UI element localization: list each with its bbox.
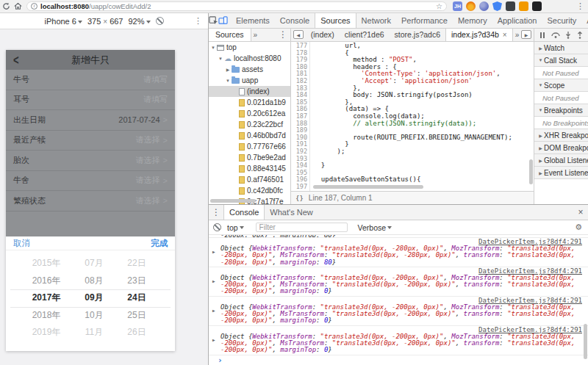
zoom-select[interactable]: 92% <box>128 17 150 26</box>
form-row-5[interactable]: 胎次请选择> <box>6 151 175 171</box>
tab-performance[interactable]: Performance <box>396 13 453 28</box>
extension-qr-icon[interactable] <box>532 1 542 11</box>
extension-globe-icon[interactable] <box>479 1 489 11</box>
step-over-icon[interactable] <box>551 32 560 38</box>
pause-script-icon[interactable] <box>539 32 545 38</box>
extension-jh-icon[interactable]: JH <box>453 1 462 11</box>
extension-film-icon[interactable] <box>506 1 515 11</box>
sidebar-section-xhr-breakpoints[interactable]: ▶XHR Breakpoints <box>534 129 588 142</box>
tree-item-0.88e43145[interactable]: 0.88e43145 <box>209 163 290 174</box>
console-prompt[interactable]: › <box>209 355 588 365</box>
expand-arrow-icon[interactable]: ▶ <box>212 278 215 284</box>
sidebar-section-call-stack[interactable]: ▼Call Stack <box>534 54 588 67</box>
wheel-option[interactable]: 25日 <box>107 307 166 325</box>
drawer-tab-what-s-new[interactable]: What's New <box>265 205 318 220</box>
tree-item-0.77767e66[interactable]: 0.77767e66 <box>209 141 290 152</box>
hide-navigator-icon[interactable]: ◀ <box>293 30 304 39</box>
console-settings-gear-icon[interactable]: ⚙ <box>575 223 582 232</box>
tree-item-0.7be9e2ad[interactable]: 0.7be9e2ad <box>209 152 290 163</box>
bookmark-star-icon[interactable]: ☆ <box>436 2 442 10</box>
tab-console[interactable]: Console <box>275 13 315 28</box>
drawer-tab-console[interactable]: Console <box>223 205 265 220</box>
more-tabs-icon[interactable]: » <box>251 29 260 41</box>
tree-item-uapp[interactable]: ▼uapp <box>209 75 290 86</box>
tree-item-localhost:8080[interactable]: ▼☁localhost:8080 <box>209 53 290 64</box>
close-tab-icon[interactable]: × <box>503 31 507 39</box>
console-log-entry[interactable]: DatePickerItem.js?8df4:291▶Object {Webki… <box>209 238 588 267</box>
form-row-6[interactable]: 牛舍请选择> <box>6 171 175 192</box>
page-info-icon[interactable]: i <box>31 3 37 10</box>
file-tab-index.js?d34b[interactable]: index.js?d34b× <box>445 29 513 41</box>
tab-application[interactable]: Application <box>492 13 542 28</box>
sidebar-section-watch[interactable]: ▶Watch <box>534 42 588 54</box>
tree-item-(index)[interactable]: (index) <box>209 86 290 97</box>
tree-item-0.20c612ea[interactable]: 0.20c612ea <box>209 108 290 119</box>
tab-sources[interactable]: Sources <box>315 13 356 28</box>
extension-shield-icon[interactable] <box>492 1 502 11</box>
home-icon[interactable] <box>12 1 24 12</box>
form-row-1[interactable]: 牛号请填写 <box>6 70 175 90</box>
picker-done-button[interactable]: 完成 <box>151 238 168 249</box>
picker-cancel-button[interactable]: 取消 <box>13 238 30 249</box>
extension-grid-icon[interactable] <box>519 1 528 11</box>
tree-item-0.46b0bd7d[interactable]: 0.46b0bd7d <box>209 130 290 141</box>
tree-item-0.c42db0fc[interactable]: 0.c42db0fc <box>209 185 290 196</box>
show-sidebar-icon[interactable]: ▶ <box>521 30 531 39</box>
navigator-hscrollbar[interactable] <box>210 199 256 203</box>
tree-item-0.23c22bcf[interactable]: 0.23c22bcf <box>209 119 290 130</box>
console-log-entry[interactable]: DatePickerItem.js?8df4:291▶Object {Webki… <box>209 326 588 355</box>
tree-item-assets[interactable]: ▶assets <box>209 64 290 75</box>
editor-vscrollbar[interactable] <box>529 159 533 184</box>
pretty-print-icon[interactable]: {} <box>295 195 304 202</box>
tree-item-0.af746501[interactable]: 0.af746501 <box>209 174 290 185</box>
step-into-icon[interactable] <box>565 32 571 39</box>
wheel-option[interactable]: 22日 <box>107 255 166 272</box>
file-tab-client?1de6[interactable]: client?1de6 <box>340 29 390 41</box>
file-tab-store.js?adc6[interactable]: store.js?adc6 <box>390 29 445 41</box>
expand-arrow-icon[interactable]: ▶ <box>212 336 215 343</box>
tab-memory[interactable]: Memory <box>453 13 492 28</box>
tab-security[interactable]: Security <box>542 13 581 28</box>
sidebar-section-dom-breakpoints[interactable]: ▶DOM Breakpoints <box>534 142 588 154</box>
inspect-element-icon[interactable] <box>209 13 218 28</box>
tab-network[interactable]: Network <box>356 13 396 28</box>
sidebar-section-breakpoints[interactable]: ▼Breakpoints <box>534 104 588 117</box>
console-log-entry[interactable]: DatePickerItem.js?8df4:291▶Object {Webki… <box>209 267 588 297</box>
navigator-tab-sources[interactable]: Sources <box>209 29 251 41</box>
tree-item-top[interactable]: ▼top <box>209 42 290 53</box>
file-tab-(index)[interactable]: (index) <box>306 29 340 41</box>
device-select[interactable]: iPhone 6 <box>44 17 82 26</box>
expand-arrow-icon[interactable]: ▶ <box>212 307 215 314</box>
drawer-close-icon[interactable]: × <box>573 205 588 220</box>
code-editor[interactable]: 1771781791801811821831841851861871881891… <box>291 42 534 191</box>
tab-elements[interactable]: Elements <box>231 13 275 28</box>
viewport-dimensions[interactable]: 375×667 <box>87 17 123 26</box>
console-vscrollbar[interactable] <box>584 324 587 359</box>
form-row-2[interactable]: 耳号请填写 <box>6 90 175 111</box>
reload-icon[interactable] <box>0 1 12 12</box>
sidebar-section-event-listener-breakpoints[interactable]: ▶Event Listener Breakpoints <box>534 167 588 179</box>
wheel-option[interactable]: 23日 <box>107 272 166 290</box>
address-bar[interactable]: i localhost:8080/uapp/cowEditAdd/2 ☆ <box>26 1 447 11</box>
console-filter-input[interactable] <box>256 223 348 232</box>
sidebar-section-global-listeners[interactable]: ▶Global Listeners <box>534 154 588 167</box>
wheel-option[interactable]: 26日 <box>107 324 166 341</box>
wheel-option[interactable]: 24日 <box>107 289 166 307</box>
day-column[interactable]: 22日23日24日25日26日 <box>107 255 166 341</box>
editor-hscrollbar[interactable] <box>313 185 423 189</box>
navigator-menu-icon[interactable]: ⋮ <box>279 29 287 41</box>
more-file-tabs-icon[interactable]: » <box>513 29 522 41</box>
tab-audits[interactable]: Audits <box>581 13 588 28</box>
back-icon[interactable]: < <box>13 52 19 68</box>
throttling-off-icon[interactable] <box>156 17 164 25</box>
expand-arrow-icon[interactable]: ▶ <box>212 248 215 255</box>
drawer-menu-icon[interactable]: ⋮ <box>209 205 223 220</box>
step-out-icon[interactable] <box>577 32 583 39</box>
log-level-select[interactable]: Verbose <box>358 223 392 232</box>
sidebar-section-scope[interactable]: ▼Scope <box>534 79 588 92</box>
form-row-4[interactable]: 最近产犊请选择> <box>6 131 175 151</box>
console-log-entry[interactable]: DatePickerItem.js?8df4:291▶Object {Webki… <box>209 297 588 326</box>
device-toolbar-menu-icon[interactable]: ⋮ <box>194 16 202 26</box>
tree-item-0.021da1b9[interactable]: 0.021da1b9 <box>209 97 290 108</box>
date-picker-wheel[interactable]: 2015年2016年2017年2018年2019年07月08月09月10月11月… <box>6 250 175 351</box>
